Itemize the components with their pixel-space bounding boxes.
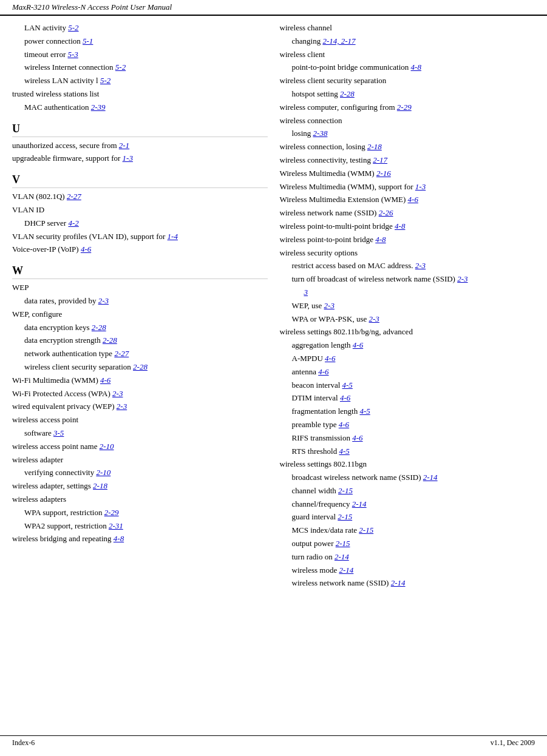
index-entry: network authentication type 2-27: [12, 348, 268, 360]
index-entry: WEP, use 2-3: [280, 300, 535, 312]
index-entry: wireless connectivity, testing 2-17: [280, 154, 535, 167]
index-entry: changing 2-14, 2-17: [280, 35, 535, 48]
index-entry: wireless connection, losing 2-18: [280, 141, 535, 154]
index-entry: A-MPDU 4-6: [280, 353, 535, 365]
index-entry: aggregation length 4-6: [280, 339, 535, 352]
index-entry: beacon interval 4-5: [280, 379, 535, 392]
left-column: LAN activity 5-2power connection 5-1time…: [12, 22, 268, 590]
index-entry: guard interval 2-15: [280, 511, 535, 524]
index-entry: data rates, provided by 2-3: [12, 295, 268, 308]
index-entry: V: [12, 174, 268, 188]
index-entry: channel width 2-15: [280, 485, 535, 498]
page-footer: Index-6 v1.1, Dec 2009: [0, 735, 547, 750]
index-entry: wireless adapter, settings 2-18: [12, 480, 268, 493]
index-entry: wireless network name (SSID) 2-14: [280, 577, 535, 590]
index-entry: wireless Internet connection 5-2: [12, 61, 268, 74]
index-entry: wireless adapters: [12, 493, 268, 506]
index-entry: output power 2-15: [280, 538, 535, 550]
index-entry: LAN activity 5-2: [12, 22, 268, 35]
index-entry: data encryption strength 2-28: [12, 334, 268, 347]
index-entry: fragmentation length 4-5: [280, 405, 535, 418]
index-entry: restrict access based on MAC address. 2-…: [280, 260, 535, 272]
page-header: MaxR-3210 Wireless-N Access Point User M…: [0, 0, 547, 16]
index-entry: point-to-point bridge communication 4-8: [280, 61, 535, 74]
index-entry: wireless point-to-multi-point bridge 4-8: [280, 220, 535, 233]
index-entry: data encryption keys 2-28: [12, 322, 268, 334]
index-entry: upgradeable firmware, support for 1-3: [12, 152, 268, 165]
index-entry: wireless client security separation: [280, 75, 535, 87]
index-entry: RTS threshold 4-5: [280, 445, 535, 458]
index-entry: verifying connectivity 2-10: [12, 467, 268, 479]
index-entry: wireless channel: [280, 22, 535, 35]
index-entry: Wireless Multimedia (WMM), support for 1…: [280, 181, 535, 194]
index-entry: power connection 5-1: [12, 35, 268, 48]
index-entry: hotspot setting 2-28: [280, 88, 535, 101]
index-entry: VLAN (802.1Q) 2-27: [12, 191, 268, 203]
index-entry: wireless client security separation 2-28: [12, 361, 268, 374]
index-entry: software 3-5: [12, 427, 268, 440]
index-entry: WEP: [12, 282, 268, 294]
index-entry: wireless network name (SSID) 2-26: [280, 207, 535, 220]
index-entry: losing 2-38: [280, 127, 535, 140]
index-entry: Voice-over-IP (VoIP) 4-6: [12, 243, 268, 256]
index-entry: wireless adapter: [12, 454, 268, 467]
index-entry: preamble type 4-6: [280, 419, 535, 431]
index-entry: wireless settings 802.11b/bg/ng, advance…: [280, 326, 535, 339]
index-entry: 3: [280, 286, 535, 299]
index-entry: wireless settings 802.11bgn: [280, 458, 535, 471]
index-entry: DTIM interval 4-6: [280, 392, 535, 405]
footer-right: v1.1, Dec 2009: [491, 738, 535, 748]
index-entry: wired equivalent privacy (WEP) 2-3: [12, 400, 268, 413]
index-entry: Wireless Multimedia (WMM) 2-16: [280, 167, 535, 180]
index-entry: VLAN security profiles (VLAN ID), suppor…: [12, 231, 268, 243]
index-entry: timeout error 5-3: [12, 49, 268, 61]
index-entry: wireless access point: [12, 414, 268, 427]
index-entry: wireless LAN activity l 5-2: [12, 75, 268, 87]
index-entry: wireless point-to-point bridge 4-8: [280, 234, 535, 246]
footer-left: Index-6: [12, 738, 35, 748]
index-entry: WPA support, restriction 2-29: [12, 507, 268, 519]
index-entry: trusted wireless stations list: [12, 88, 268, 101]
index-entry: wireless computer, configuring from 2-29: [280, 101, 535, 114]
index-entry: wireless bridging and repeating 4-8: [12, 533, 268, 545]
index-entry: RIFS transmission 4-6: [280, 432, 535, 445]
index-entry: channel/frequency 2-14: [280, 498, 535, 511]
index-entry: turn off broadcast of wireless network n…: [280, 273, 535, 286]
index-entry: MCS index/data rate 2-15: [280, 524, 535, 537]
index-entry: unauthorized access, secure from 2-1: [12, 140, 268, 152]
index-entry: wireless client: [280, 49, 535, 61]
index-entry: broadcast wireless network name (SSID) 2…: [280, 471, 535, 484]
index-entry: wireless access point name 2-10: [12, 440, 268, 453]
index-entry: U: [12, 123, 268, 137]
index-entry: wireless connection: [280, 115, 535, 127]
index-entry: W: [12, 265, 268, 279]
index-entry: wireless security options: [280, 247, 535, 260]
index-entry: WPA or WPA-PSK, use 2-3: [280, 313, 535, 326]
index-entry: MAC authentication 2-39: [12, 101, 268, 114]
index-entry: wireless mode 2-14: [280, 564, 535, 577]
header-title: MaxR-3210 Wireless-N Access Point User M…: [12, 2, 172, 12]
right-column: wireless channelchanging 2-14, 2-17wirel…: [280, 22, 535, 590]
index-entry: DHCP server 4-2: [12, 217, 268, 230]
index-entry: WPA2 support, restriction 2-31: [12, 520, 268, 533]
index-entry: VLAN ID: [12, 204, 268, 217]
index-entry: WEP, configure: [12, 308, 268, 321]
index-entry: turn radio on 2-14: [280, 551, 535, 564]
main-content: LAN activity 5-2power connection 5-1time…: [0, 16, 547, 596]
index-entry: antenna 4-6: [280, 366, 535, 379]
index-entry: Wireless Multimedia Extension (WME) 4-6: [280, 194, 535, 206]
index-entry: Wi-Fi Multimedia (WMM) 4-6: [12, 374, 268, 387]
index-entry: Wi-Fi Protected Access (WPA) 2-3: [12, 388, 268, 400]
